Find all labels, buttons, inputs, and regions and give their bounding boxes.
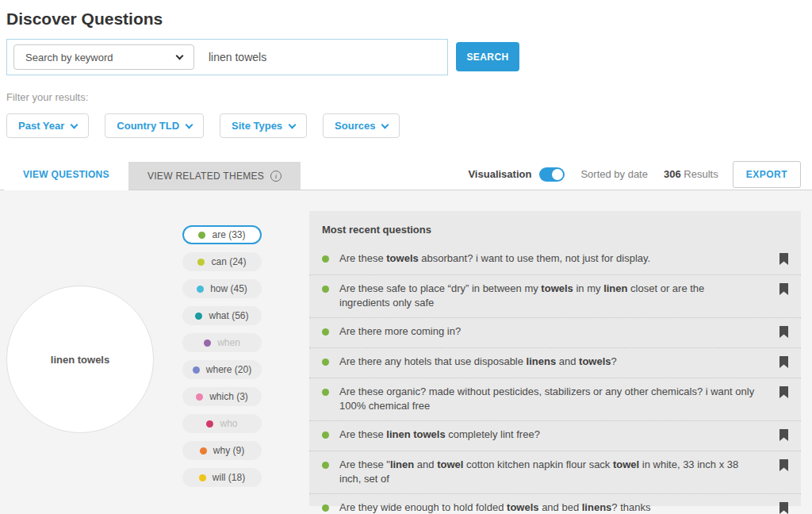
pill-which[interactable]: which (3) <box>182 387 262 406</box>
search-container: Search by keyword <box>6 39 448 75</box>
bookmark-icon <box>779 283 788 295</box>
search-type-select[interactable]: Search by keyword <box>13 44 194 70</box>
pill-label: are (33) <box>212 229 245 240</box>
bookmark-icon <box>779 459 788 471</box>
top-section: Discover Questions Search by keyword SEA… <box>0 0 812 138</box>
question-dot-icon <box>322 504 329 512</box>
question-dot-icon <box>322 328 329 336</box>
pill-label: who <box>220 418 237 429</box>
keyword-circle-label: linen towels <box>51 354 109 366</box>
question-row: Are these "linen and towel cotton kitche… <box>309 451 801 493</box>
question-row: Are these towels absorbant? i want to us… <box>309 245 801 274</box>
question-row: Are they wide enough to hold folded towe… <box>309 493 801 514</box>
pill-label: can (24) <box>211 256 246 267</box>
pill-dot-icon <box>204 339 211 347</box>
visualisation-toggle[interactable] <box>539 167 565 182</box>
question-text: Are these towels absorbant? i want to us… <box>339 251 769 266</box>
pill-will[interactable]: will (18) <box>182 468 262 487</box>
bookmark-button[interactable] <box>779 429 788 444</box>
bookmark-button[interactable] <box>779 502 788 514</box>
tab-view-related-themes[interactable]: VIEW RELATED THEMES i <box>128 162 301 190</box>
search-type-label: Search by keyword <box>25 52 113 63</box>
bookmark-icon <box>779 429 788 441</box>
bookmark-icon <box>779 502 788 514</box>
chevron-down-icon <box>289 121 297 128</box>
question-text: Are these linen towels completely lint f… <box>339 428 769 442</box>
question-dot-icon <box>322 359 329 366</box>
pill-label: where (20) <box>206 364 251 375</box>
page: Discover Questions Search by keyword SEA… <box>0 0 812 514</box>
pill-why[interactable]: why (9) <box>182 441 262 460</box>
filter-button-label: Country TLD <box>117 120 179 132</box>
info-icon: i <box>270 171 282 182</box>
keyword-circle[interactable]: linen towels <box>6 286 154 433</box>
question-row: Are there more coming in? <box>309 317 801 347</box>
question-rows: Are these towels absorbant? i want to us… <box>309 245 801 514</box>
bookmark-icon <box>779 386 788 398</box>
question-text: Are there more coming in? <box>339 324 769 339</box>
tab-view-related-themes-label: VIEW RELATED THEMES <box>147 171 264 182</box>
filter-button-sources[interactable]: Sources <box>323 113 400 138</box>
question-row: Are these organic? made without pesticid… <box>309 378 801 420</box>
pill-when: when <box>182 333 262 352</box>
toggle-knob <box>552 169 563 180</box>
sorted-by-label: Sorted by date <box>580 168 648 180</box>
pill-label: when <box>217 337 240 348</box>
pill-dot-icon <box>206 420 213 428</box>
pill-dot-icon <box>197 286 204 293</box>
question-text: Are there any hotels that use disposable… <box>339 355 769 369</box>
question-dot-icon <box>322 432 329 439</box>
pill-dot-icon <box>200 447 207 455</box>
pill-where[interactable]: where (20) <box>182 360 262 379</box>
tab-controls: Visualisation Sorted by date 306 Results… <box>468 158 801 190</box>
pill-dot-icon <box>198 232 205 239</box>
pill-dot-icon <box>193 366 200 374</box>
chevron-down-icon <box>186 121 193 128</box>
filter-button-past-year[interactable]: Past Year <box>6 113 89 138</box>
pill-who: who <box>182 414 262 433</box>
search-button[interactable]: SEARCH <box>456 42 519 71</box>
chevron-down-icon <box>176 52 184 59</box>
filter-button-country-tld[interactable]: Country TLD <box>105 113 204 138</box>
visualisation-label: Visualisation <box>468 168 531 180</box>
pill-how[interactable]: how (45) <box>182 279 262 298</box>
bookmark-button[interactable] <box>779 283 788 298</box>
question-text: Are these safe to place “dry” in between… <box>339 282 769 311</box>
search-row: Search by keyword SEARCH <box>6 39 801 75</box>
pill-dot-icon <box>196 393 203 401</box>
tab-view-questions[interactable]: VIEW QUESTIONS <box>4 158 128 190</box>
export-button[interactable]: EXPORT <box>733 161 801 188</box>
content-area: linen towels are (33)can (24)how (45)wha… <box>0 190 812 514</box>
filter-button-label: Past Year <box>18 120 64 132</box>
chevron-down-icon <box>71 121 79 128</box>
bookmark-button[interactable] <box>779 253 788 268</box>
pill-dot-icon <box>195 313 202 320</box>
bookmark-button[interactable] <box>779 356 788 371</box>
pill-what[interactable]: what (56) <box>182 306 262 325</box>
results-count: 306 <box>664 168 681 180</box>
filter-button-site-types[interactable]: Site Types <box>220 113 307 138</box>
pill-are[interactable]: are (33) <box>182 225 262 244</box>
filter-button-label: Site Types <box>232 120 282 132</box>
question-text: Are they wide enough to hold folded towe… <box>339 501 769 514</box>
search-input[interactable] <box>194 51 447 63</box>
question-dot-icon <box>322 462 329 469</box>
bookmark-icon <box>779 253 788 265</box>
bookmark-button[interactable] <box>779 459 788 474</box>
panel-title: Most recent questions <box>309 211 801 245</box>
chevron-down-icon <box>381 121 389 128</box>
bookmark-icon <box>779 326 788 338</box>
pill-dot-icon <box>199 474 206 481</box>
pill-list: are (33)can (24)how (45)what (56)whenwhe… <box>182 225 262 487</box>
filter-row: Past YearCountry TLDSite TypesSources <box>6 113 801 138</box>
pill-can[interactable]: can (24) <box>182 252 262 271</box>
questions-panel: Most recent questions Are these towels a… <box>309 211 801 506</box>
tab-bar: VIEW QUESTIONS VIEW RELATED THEMES i Vis… <box>0 158 812 190</box>
question-row: Are there any hotels that use disposable… <box>309 347 801 378</box>
question-dot-icon <box>322 389 329 396</box>
results-count-wrap: 306 Results <box>664 168 718 180</box>
pill-dot-icon <box>197 259 205 266</box>
bookmark-button[interactable] <box>779 386 788 401</box>
bookmark-button[interactable] <box>779 326 788 341</box>
question-row: Are these safe to place “dry” in between… <box>309 274 801 317</box>
